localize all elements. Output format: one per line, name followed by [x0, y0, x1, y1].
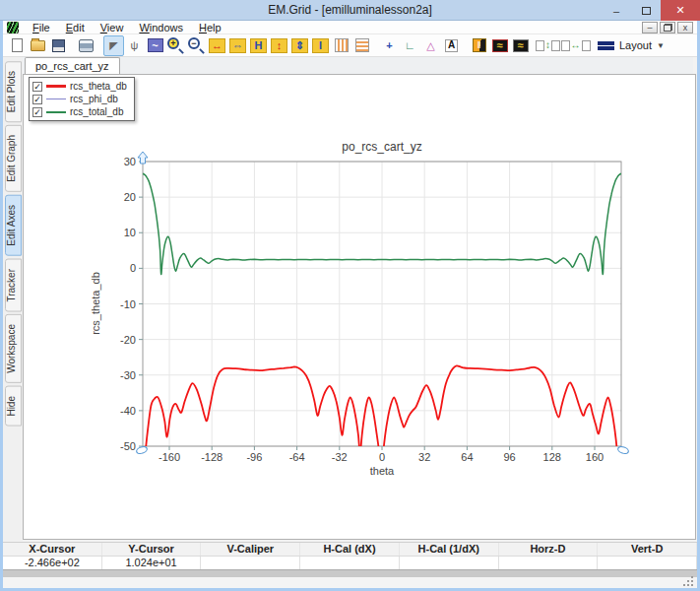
- grid-lines: [143, 162, 621, 446]
- mdi-restore-button[interactable]: [660, 22, 675, 33]
- pointer-button[interactable]: ◤: [103, 35, 124, 56]
- minimize-button[interactable]: –: [602, 0, 631, 21]
- pan-hand-button[interactable]: ψ: [124, 35, 145, 56]
- legend-checkbox-rcs_theta_db[interactable]: ✓: [32, 82, 42, 92]
- status-column-v-caliper: V-Caliper: [201, 543, 300, 556]
- vertical-distance-icon: ↕: [536, 40, 560, 51]
- menu-bar: FileEditViewWindowsHelp – x: [3, 21, 697, 34]
- document-tab-bar: po_rcs_cart_yz: [23, 57, 693, 74]
- caliper-tool-button[interactable]: △: [420, 35, 441, 56]
- compress-y-icon: I: [312, 38, 329, 53]
- status-column-horz-d: Horz-D: [499, 543, 599, 556]
- status-value-0: -2.466e+02: [3, 557, 102, 570]
- print-button[interactable]: [76, 35, 96, 56]
- graph-style-1-button[interactable]: ≈: [489, 35, 510, 56]
- svg-text:160: 160: [586, 451, 604, 463]
- svg-text:10: 10: [124, 227, 136, 238]
- graph-panel: ✓rcs_theta_db✓rcs_phi_db✓rcs_total_db po…: [23, 74, 696, 540]
- legend-label: rcs_total_db: [70, 106, 123, 117]
- sidebar-tab-hide[interactable]: Hide: [5, 386, 22, 427]
- zoom-in-button[interactable]: +: [165, 35, 186, 56]
- svg-text:-10: -10: [120, 298, 136, 310]
- svg-text:32: 32: [418, 451, 430, 463]
- sidebar-tab-edit-graph[interactable]: Edit Graph: [5, 125, 22, 192]
- mdi-minimize-button[interactable]: –: [642, 22, 658, 33]
- text-annotation-button[interactable]: A: [441, 35, 462, 56]
- expand-x-button[interactable]: ↔: [207, 35, 227, 56]
- layout-icon: [598, 41, 614, 50]
- horizontal-distance-button[interactable]: ↔: [565, 35, 586, 56]
- expand-y-button[interactable]: ↕: [269, 35, 289, 56]
- zoom-out-button[interactable]: −: [186, 35, 207, 56]
- title-bar[interactable]: EM.Grid - [emilluminalesson2a] – ✕: [0, 0, 700, 21]
- chevron-down-icon: ▼: [657, 41, 665, 50]
- sidebar-tab-edit-axes[interactable]: Edit Axes: [5, 195, 22, 256]
- mdi-close-button[interactable]: x: [677, 22, 693, 33]
- compress-x-icon: H: [250, 38, 267, 53]
- legend-row-rcs_total_db: ✓rcs_total_db: [32, 106, 127, 117]
- app-logo-icon: [7, 22, 19, 33]
- close-button[interactable]: ✕: [661, 0, 700, 21]
- window-title: EM.Grid - [emilluminalesson2a]: [268, 3, 432, 17]
- open-file-button[interactable]: [28, 35, 48, 56]
- menu-windows[interactable]: Windows: [131, 21, 191, 34]
- menu-help[interactable]: Help: [191, 21, 229, 34]
- sidebar: Edit PlotsEdit GraphEdit AxesTrackerWork…: [3, 57, 23, 563]
- maximize-icon: [642, 7, 651, 15]
- shrink-x-button[interactable]: ⇔: [227, 35, 248, 56]
- menu-view[interactable]: View: [93, 21, 132, 34]
- zoom-to-data-button[interactable]: ~: [145, 35, 165, 56]
- svg-text:-32: -32: [332, 451, 348, 463]
- legend-checkbox-rcs_phi_db[interactable]: ✓: [32, 95, 42, 104]
- vertical-distance-button[interactable]: ↕: [538, 35, 558, 56]
- status-value-2: [201, 557, 300, 570]
- status-value-5: [499, 557, 599, 570]
- pan-hand-icon: ψ: [131, 40, 139, 51]
- shrink-y-button[interactable]: ⇕: [289, 35, 310, 56]
- shrink-x-icon: ⇔: [229, 38, 246, 53]
- new-file-button[interactable]: [7, 35, 28, 56]
- save-button[interactable]: [48, 35, 69, 56]
- axis-handle-bottom-left[interactable]: [136, 445, 148, 454]
- edit-plot-button[interactable]: ‖: [469, 35, 489, 56]
- maximize-button[interactable]: [631, 0, 661, 21]
- new-file-icon: [12, 38, 23, 52]
- svg-text:96: 96: [503, 451, 515, 463]
- chart-title: po_rcs_cart_yz: [342, 140, 421, 154]
- axes-tool-button[interactable]: ∟: [400, 35, 420, 56]
- status-value-3: [300, 557, 400, 570]
- svg-text:30: 30: [124, 156, 136, 167]
- close-icon: ✕: [675, 4, 684, 17]
- sidebar-tab-edit-plots[interactable]: Edit Plots: [5, 61, 22, 122]
- svg-text:20: 20: [124, 191, 136, 203]
- y-axis-label: rcs_theta_db: [90, 272, 101, 335]
- minimize-icon: –: [613, 5, 619, 17]
- compress-x-button[interactable]: H: [248, 35, 269, 56]
- column-stripes-button[interactable]: [331, 35, 351, 56]
- menu-edit[interactable]: Edit: [58, 21, 93, 34]
- svg-text:-128: -128: [201, 451, 223, 463]
- sidebar-tab-tracker[interactable]: Tracker: [5, 259, 22, 312]
- layout-button[interactable]: Layout▼: [590, 35, 672, 55]
- compress-y-button[interactable]: I: [310, 35, 331, 56]
- legend-row-rcs_theta_db: ✓rcs_theta_db: [32, 81, 127, 92]
- tab-po-rcs-cart-yz[interactable]: po_rcs_cart_yz: [25, 57, 120, 74]
- row-stripes-button[interactable]: [351, 35, 372, 56]
- tab-label: po_rcs_cart_yz: [35, 60, 109, 72]
- axis-handle-bottom-right[interactable]: [617, 445, 629, 454]
- svg-text:-40: -40: [120, 405, 136, 417]
- legend-line-sample: [46, 98, 66, 99]
- legend-label: rcs_phi_db: [70, 94, 118, 104]
- pointer-icon: ◤: [109, 40, 117, 51]
- edit-plot-icon: ‖: [473, 38, 486, 52]
- resize-grip[interactable]: [691, 584, 693, 586]
- svg-text:128: 128: [543, 451, 561, 463]
- menu-file[interactable]: File: [25, 21, 58, 34]
- graph-style-2-button[interactable]: ≈: [510, 35, 531, 56]
- crosshair-tracker-button[interactable]: +: [379, 35, 400, 56]
- legend-checkbox-rcs_total_db[interactable]: ✓: [32, 107, 42, 117]
- graph-style-2-icon: ≈: [513, 39, 529, 52]
- svg-text:-50: -50: [120, 440, 136, 452]
- svg-text:-96: -96: [246, 451, 262, 463]
- sidebar-tab-workspace[interactable]: Workspace: [5, 314, 22, 383]
